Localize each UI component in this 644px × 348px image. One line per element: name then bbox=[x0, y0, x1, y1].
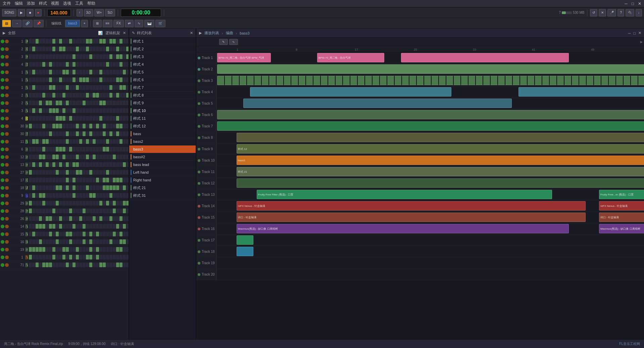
beat-pad[interactable] bbox=[32, 47, 35, 51]
beat-pad[interactable] bbox=[32, 216, 35, 221]
beat-pad[interactable] bbox=[99, 147, 102, 152]
beat-pad[interactable] bbox=[96, 124, 99, 128]
beat-pad[interactable] bbox=[119, 77, 122, 82]
beat-pad[interactable] bbox=[56, 162, 59, 167]
beat-pad[interactable] bbox=[123, 216, 126, 221]
play-button[interactable]: ▶ bbox=[18, 9, 25, 16]
beat-pad[interactable] bbox=[29, 116, 32, 121]
beat-pad[interactable] bbox=[103, 116, 106, 121]
beat-pad[interactable] bbox=[42, 209, 45, 213]
beat-pad[interactable] bbox=[29, 193, 32, 198]
beat-pad[interactable] bbox=[126, 108, 129, 113]
pattern-item[interactable]: 样式 1 bbox=[129, 38, 196, 45]
beat-pad[interactable] bbox=[32, 77, 35, 82]
beat-pad[interactable] bbox=[126, 139, 129, 144]
pattern-item[interactable]: bass#2 bbox=[129, 153, 196, 161]
beat-pad[interactable] bbox=[99, 155, 102, 159]
beat-pad[interactable] bbox=[103, 162, 106, 167]
beat-pad[interactable] bbox=[123, 201, 126, 206]
beat-pad[interactable] bbox=[86, 47, 89, 51]
beat-pad[interactable] bbox=[113, 108, 116, 113]
beat-pad[interactable] bbox=[72, 54, 76, 59]
beat-pad[interactable] bbox=[126, 201, 129, 206]
beat-pad[interactable] bbox=[59, 54, 62, 59]
beat-pad[interactable] bbox=[49, 62, 52, 67]
beat-pad[interactable] bbox=[49, 108, 52, 113]
beat-pad[interactable] bbox=[99, 255, 102, 259]
beat-pad[interactable] bbox=[109, 255, 112, 259]
beat-pad[interactable] bbox=[36, 108, 39, 113]
beat-pad[interactable] bbox=[106, 193, 109, 198]
beat-pad[interactable] bbox=[86, 131, 89, 136]
beat-pad[interactable] bbox=[69, 255, 72, 259]
maximize-icon[interactable]: □ bbox=[632, 1, 634, 6]
beat-pad[interactable] bbox=[76, 108, 79, 113]
beat-pad[interactable] bbox=[66, 155, 69, 159]
beat-pad[interactable] bbox=[99, 224, 102, 229]
beat-pad[interactable] bbox=[123, 139, 126, 144]
beat-pad[interactable] bbox=[52, 185, 55, 190]
beat-pad[interactable] bbox=[56, 77, 59, 82]
beat-pad[interactable] bbox=[39, 147, 42, 152]
beat-pad[interactable] bbox=[52, 62, 55, 67]
track-block[interactable]: BPM-70_周二晚 - 告白气球 BPM_气球 bbox=[217, 53, 271, 62]
beat-pad[interactable] bbox=[93, 131, 96, 136]
beat-pad[interactable] bbox=[46, 178, 49, 182]
beat-pad[interactable] bbox=[39, 216, 42, 221]
beat-pad[interactable] bbox=[119, 232, 122, 236]
beat-pad[interactable] bbox=[66, 139, 69, 144]
beat-pad[interactable] bbox=[96, 85, 99, 90]
beat-pad[interactable] bbox=[46, 147, 49, 152]
beat-pad[interactable] bbox=[49, 178, 52, 182]
beat-pad[interactable] bbox=[42, 85, 45, 90]
beat-pad[interactable] bbox=[116, 255, 119, 259]
beat-pad[interactable] bbox=[96, 170, 99, 175]
beat-pad[interactable] bbox=[46, 209, 49, 213]
beat-pad[interactable] bbox=[116, 70, 119, 74]
beat-pad[interactable] bbox=[72, 193, 76, 198]
beat-pad[interactable] bbox=[39, 139, 42, 144]
beat-pad[interactable] bbox=[86, 101, 89, 105]
playlist-maximize-icon[interactable]: □ bbox=[633, 31, 636, 35]
beat-pad[interactable] bbox=[39, 39, 42, 44]
beat-pad[interactable] bbox=[116, 201, 119, 206]
beat-pad[interactable] bbox=[96, 162, 99, 167]
menu-file[interactable]: 文件 bbox=[3, 1, 11, 6]
beat-pad[interactable] bbox=[49, 139, 52, 144]
beat-pad[interactable] bbox=[83, 247, 86, 252]
beat-pad[interactable] bbox=[96, 77, 99, 82]
beat-pad[interactable] bbox=[123, 178, 126, 182]
inst-mute-button[interactable] bbox=[1, 101, 4, 105]
beat-pad[interactable] bbox=[66, 162, 69, 167]
add-pattern-button[interactable]: + bbox=[81, 20, 88, 27]
beat-pad[interactable] bbox=[76, 54, 79, 59]
inst-name-button[interactable]: VEC3 Cy...ash 21 bbox=[25, 224, 28, 229]
beat-pad[interactable] bbox=[109, 108, 112, 113]
beat-pad[interactable] bbox=[29, 170, 32, 175]
beat-pad[interactable] bbox=[76, 124, 79, 128]
beat-pad[interactable] bbox=[59, 247, 62, 252]
menu-help[interactable]: 帮助 bbox=[87, 1, 95, 6]
beat-pad[interactable] bbox=[56, 54, 59, 59]
pattern-item[interactable]: 样式 8 bbox=[129, 92, 196, 99]
beat-pad[interactable] bbox=[109, 62, 112, 67]
pattern-item[interactable]: bass bbox=[129, 130, 196, 138]
beat-pad[interactable] bbox=[93, 239, 96, 244]
beat-pad[interactable] bbox=[89, 162, 92, 167]
beat-pad[interactable] bbox=[39, 124, 42, 128]
track-block[interactable] bbox=[217, 76, 644, 85]
beat-pad[interactable] bbox=[36, 216, 39, 221]
beat-pad[interactable] bbox=[89, 101, 92, 105]
beat-pad[interactable] bbox=[36, 85, 39, 90]
beat-pad[interactable] bbox=[62, 239, 65, 244]
inst-solo-button[interactable] bbox=[5, 240, 9, 244]
beat-pad[interactable] bbox=[56, 108, 59, 113]
beat-pad[interactable] bbox=[46, 85, 49, 90]
beat-pad[interactable] bbox=[113, 162, 116, 167]
beat-pad[interactable] bbox=[123, 162, 126, 167]
beat-pad[interactable] bbox=[59, 147, 62, 152]
beat-pad[interactable] bbox=[86, 263, 89, 267]
beat-pad[interactable] bbox=[123, 147, 126, 152]
pattern-item[interactable]: 样式 21 bbox=[129, 184, 196, 192]
beat-pad[interactable] bbox=[79, 93, 82, 98]
